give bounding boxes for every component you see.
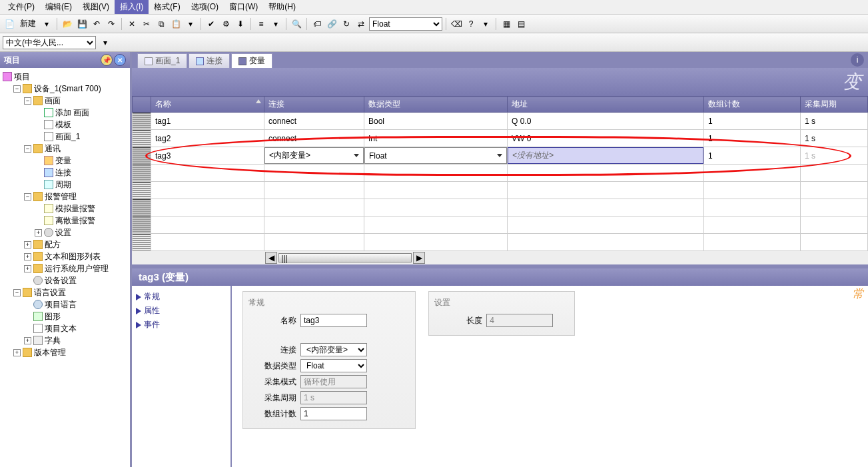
expand-icon[interactable]: + <box>35 229 42 236</box>
menu-edit[interactable]: 编辑(E) <box>40 0 77 14</box>
download-icon[interactable]: ⬇ <box>234 17 247 31</box>
addr-cell[interactable]: <没有地址> <box>508 147 704 165</box>
help-icon[interactable]: ? <box>464 17 478 31</box>
menu-options[interactable]: 选项(O) <box>186 0 224 14</box>
conn-combo[interactable]: <内部变量> <box>264 147 364 165</box>
expand-icon[interactable]: + <box>13 349 21 356</box>
table-row-selected[interactable]: tag3 <内部变量> Float <没有地址> 1 1 s <box>133 147 868 165</box>
col-name[interactable]: 名称 <box>151 97 264 113</box>
help-dropdown-icon[interactable]: ▾ <box>479 17 492 31</box>
col-type[interactable]: 数据类型 <box>364 97 508 113</box>
tree-project-lang[interactable]: 项目语言 <box>45 298 77 310</box>
tab-variables[interactable]: 变量 <box>231 53 272 68</box>
tree-cycle[interactable]: 周期 <box>55 179 71 191</box>
tree-text-graphics[interactable]: 文本和图形列表 <box>45 250 101 262</box>
tree-project-texts[interactable]: 项目文本 <box>45 322 77 334</box>
tree-variables[interactable]: 变量 <box>55 155 71 167</box>
tab-screen[interactable]: 画面_1 <box>137 53 187 68</box>
paste-icon[interactable]: 📋 <box>169 17 183 31</box>
pin-icon[interactable]: 📌 <box>101 54 113 66</box>
tag-icon[interactable]: 🏷 <box>310 17 324 31</box>
collapse-icon[interactable]: − <box>13 85 21 93</box>
input-name[interactable] <box>300 314 367 327</box>
collapse-icon[interactable]: − <box>24 193 31 201</box>
horizontal-scrollbar[interactable]: ◀ ||| ▶ <box>132 251 868 264</box>
scroll-thumb[interactable]: ||| <box>278 253 412 262</box>
input-arrcount[interactable] <box>300 407 367 420</box>
tree-versioning[interactable]: 版本管理 <box>34 346 66 358</box>
props-nav-attrs[interactable]: 属性 <box>136 304 226 318</box>
refresh-icon[interactable]: ↻ <box>340 17 353 31</box>
menu-window[interactable]: 窗口(W) <box>224 0 263 14</box>
type-combo[interactable]: Float <box>364 147 508 165</box>
eraser-icon[interactable]: ⌫ <box>450 17 463 31</box>
col-cycle[interactable]: 采集周期 <box>801 97 868 113</box>
tree-discrete-alarm[interactable]: 离散量报警 <box>55 215 95 227</box>
col-rowhead[interactable] <box>133 97 151 113</box>
compile-icon[interactable]: ⚙ <box>219 17 232 31</box>
save-icon[interactable]: 💾 <box>75 17 89 31</box>
project-tree[interactable]: 项目 −设备_1(Smart 700) −画面 添加 画面 模板 画面_1 <box>0 68 130 467</box>
tree-analog-alarm[interactable]: 模拟量报警 <box>55 203 95 215</box>
tree-device[interactable]: 设备_1(Smart 700) <box>34 83 101 95</box>
align-dropdown-icon[interactable]: ▾ <box>269 17 282 31</box>
props-nav-general[interactable]: 常规 <box>136 290 226 304</box>
select-type[interactable]: Float <box>300 359 367 372</box>
tree-dictionary[interactable]: 字典 <box>45 334 61 346</box>
undo-icon[interactable]: ↶ <box>90 17 103 31</box>
tree-graphics[interactable]: 图形 <box>45 310 61 322</box>
expand-icon[interactable]: + <box>24 241 31 248</box>
close-panel-icon[interactable]: ✕ <box>114 54 126 66</box>
expand-icon[interactable]: + <box>24 265 31 272</box>
col-conn[interactable]: 连接 <box>264 97 364 113</box>
tree-root[interactable]: 项目 <box>14 71 30 83</box>
link-icon[interactable]: 🔗 <box>325 17 338 31</box>
tree-screen-1[interactable]: 画面_1 <box>55 131 80 143</box>
check-icon[interactable]: ✔ <box>205 17 218 31</box>
collapse-icon[interactable]: − <box>24 145 31 153</box>
scroll-right-icon[interactable]: ▶ <box>413 252 425 264</box>
grid2-icon[interactable]: ▤ <box>514 17 528 31</box>
tree-comm[interactable]: 通讯 <box>45 143 61 155</box>
props-nav-events[interactable]: 事件 <box>136 318 226 332</box>
lang-dropdown-icon[interactable]: ▾ <box>99 36 112 49</box>
menu-file[interactable]: 文件(P) <box>3 0 40 14</box>
col-addr[interactable]: 地址 <box>508 97 704 113</box>
collapse-icon[interactable]: − <box>13 289 21 296</box>
tree-add-screen[interactable]: 添加 画面 <box>55 107 89 119</box>
tab-connection[interactable]: 连接 <box>189 53 230 68</box>
expand-icon[interactable]: + <box>24 337 31 344</box>
find-icon[interactable]: 🔍 <box>290 17 303 31</box>
tree-language[interactable]: 语言设置 <box>34 286 66 298</box>
table-row[interactable]: tag1 connect Bool Q 0.0 1 1 s <box>133 113 868 130</box>
menu-insert[interactable]: 插入(I) <box>115 0 149 14</box>
copy-icon[interactable]: ⧉ <box>155 17 168 31</box>
paste-dropdown-icon[interactable]: ▾ <box>184 17 197 31</box>
scroll-left-icon[interactable]: ◀ <box>265 252 277 264</box>
tree-device-settings[interactable]: 设备设置 <box>45 274 77 286</box>
tree-screens[interactable]: 画面 <box>45 95 61 107</box>
type-select[interactable]: Float <box>369 17 442 31</box>
select-conn[interactable]: <内部变量> <box>300 343 367 356</box>
new-dropdown-icon[interactable]: ▾ <box>40 17 53 31</box>
tree-alarm-settings[interactable]: 设置 <box>55 227 71 238</box>
tree-template[interactable]: 模板 <box>55 119 71 131</box>
open-icon[interactable]: 📂 <box>61 17 74 31</box>
expand-icon[interactable]: + <box>24 253 31 260</box>
table-row[interactable]: tag2 connect Int VW 0 1 1 s <box>133 130 868 147</box>
cut-icon[interactable]: ✂ <box>140 17 153 31</box>
grid-icon[interactable]: ▦ <box>500 17 513 31</box>
tree-connection[interactable]: 连接 <box>55 167 71 179</box>
tree-recipes[interactable]: 配方 <box>45 238 61 250</box>
tree-runtime-users[interactable]: 运行系统用户管理 <box>45 262 109 274</box>
menu-view[interactable]: 视图(V) <box>77 0 115 14</box>
new-icon[interactable]: 📄 <box>3 17 16 31</box>
redo-icon[interactable]: ↷ <box>105 17 118 31</box>
collapse-icon[interactable]: − <box>24 97 31 105</box>
info-icon[interactable]: i <box>851 53 864 67</box>
col-arrcount[interactable]: 数组计数 <box>704 97 801 113</box>
menu-format[interactable]: 格式(F) <box>149 0 185 14</box>
language-select[interactable]: 中文(中华人民... <box>3 36 96 49</box>
delete-icon[interactable]: ✕ <box>125 17 139 31</box>
align-icon[interactable]: ≡ <box>254 17 268 31</box>
